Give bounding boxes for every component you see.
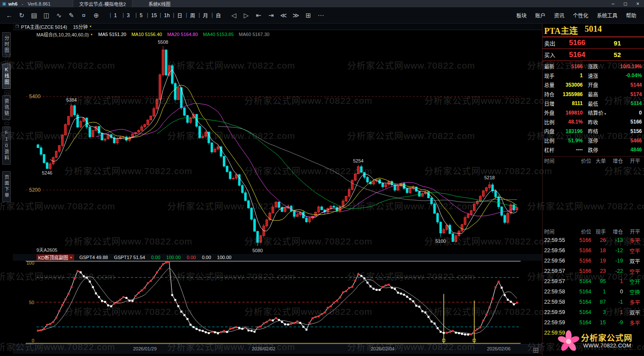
trade-price: 5164: [574, 278, 591, 284]
layout-grid-icon[interactable]: 田: [533, 346, 539, 354]
toolbar-icon-expand-icon[interactable]: ≫: [290, 10, 302, 21]
sub-indicator-values: GSPT4 49.88GSPT17 51.540.00100.000.000.0…: [79, 255, 231, 260]
kd-indicator-chart[interactable]: 100500: [13, 261, 542, 344]
minimize-button[interactable]: −: [607, 0, 619, 7]
menu-account[interactable]: 账户: [531, 12, 550, 19]
menu-news[interactable]: 资讯: [550, 12, 569, 19]
toolbar-icon-quote-board-icon[interactable]: ▤: [28, 10, 40, 21]
date-tick: 2026/02/06: [487, 346, 510, 351]
left-sidebar: 分时图K线图资讯链F10资料页面下单: [0, 30, 13, 356]
ma-values: MA5 5151.20MA10 5156.40MA20 5164.80MA40 …: [98, 32, 270, 37]
menu-sector[interactable]: 板块: [512, 12, 531, 19]
period-月[interactable]: 月: [197, 11, 210, 20]
trade-volume: 1: [591, 289, 606, 295]
period-label: 15分钟: [73, 23, 87, 30]
toolbar-icon-draw-line-icon[interactable]: ✎: [66, 10, 77, 21]
toolbar-icon-indicator-icon[interactable]: ∿: [53, 10, 65, 21]
trade-row: 22:59:56516618-12空平: [543, 245, 644, 256]
sub-indicator-value: 100.00: [166, 255, 181, 260]
stat-value: 5114: [607, 100, 644, 106]
toolbar-icon-add-indicator-icon[interactable]: ⊕: [90, 10, 102, 21]
period-15[interactable]: 15: [146, 11, 159, 20]
chart-tab-icon: ❐: [15, 24, 19, 29]
stat-label: 最新: [543, 63, 560, 70]
toolbar-icon-page-start-icon[interactable]: ⇤: [253, 10, 264, 21]
toolbar-icon-collapse-icon[interactable]: ≪: [278, 10, 289, 21]
maximize-button[interactable]: □: [619, 0, 632, 7]
chevron-down-icon[interactable]: ▼: [604, 112, 607, 115]
trade-open-close: 空开: [623, 278, 644, 286]
stat-label: 比例: [543, 137, 560, 144]
toolbar-menu: 板块账户资讯个性化系统工具帮助: [512, 12, 641, 19]
period-日[interactable]: 日: [171, 11, 184, 20]
period-5[interactable]: 5: [133, 11, 146, 20]
toolbar-icon-zoom-out-icon[interactable]: ◁: [228, 10, 240, 21]
chart-tab-bar: ❐ PTA主连(CZCE 5014) 15分钟 ▼: [13, 23, 542, 30]
connection-tab[interactable]: 文华云节点-模拟电信2: [73, 0, 132, 7]
ma-value: MA60 5167.30: [239, 32, 270, 37]
period-自[interactable]: 自: [210, 11, 223, 20]
stat-label: 现手: [543, 72, 560, 79]
stat-value: 51.9%: [560, 138, 584, 144]
trade-time: 22:59:58: [543, 299, 574, 305]
sidebar-tab-page-order[interactable]: 页面下单: [2, 171, 11, 202]
svg-text:5400: 5400: [29, 94, 41, 100]
sub-indicator-label: KD断顶底副图: [38, 254, 68, 261]
toolbar-icon-funds-icon[interactable]: ¤: [78, 10, 90, 21]
period-周[interactable]: 周: [184, 11, 197, 20]
trade-time: 22:59:56: [543, 258, 574, 264]
ma-settings-dropdown[interactable]: MA组合(5,10,20,40,60,0) ▼: [36, 31, 93, 38]
sub-indicator-value: 0.00: [202, 255, 211, 260]
period-3[interactable]: 3: [120, 11, 133, 20]
toolbar-icon-more-icon[interactable]: ⋯: [315, 10, 326, 21]
table-header-cell: 大单: [591, 157, 606, 164]
date-axis: 田 2026/01/292026/02/022026/02/042026/02/…: [13, 344, 542, 354]
menu-help[interactable]: 帮助: [622, 12, 641, 19]
chart-tab-title[interactable]: PTA主连(CZCE 5014): [21, 23, 67, 30]
table-header-cell: 增仓: [606, 228, 623, 235]
toolbar-icon-multi-chart-icon[interactable]: ⊞: [303, 10, 314, 21]
trade-position-change: -12: [606, 247, 623, 253]
close-button[interactable]: ×: [632, 0, 644, 7]
trade-price: 5164: [574, 309, 591, 315]
bid-row[interactable]: 买入 5164 52: [542, 49, 644, 61]
trade-open-close: 空平: [623, 267, 644, 275]
stat-label: 结算价▼: [584, 109, 607, 116]
chevron-down-icon: ▼: [90, 33, 93, 36]
stat-label: 速涨: [584, 72, 607, 79]
system-kline-tab[interactable]: 系统K线图: [143, 0, 177, 7]
ask-row[interactable]: 卖出 5166 91: [542, 37, 644, 49]
trade-volume: 15: [591, 320, 606, 326]
sidebar-tab-f10[interactable]: F10资料: [2, 127, 11, 165]
table-header-cell: 现手: [591, 228, 606, 235]
stat-value: 5156: [607, 128, 644, 134]
table-header-cell: 开平: [623, 228, 644, 235]
toolbar-icon-chart-window-icon[interactable]: ◫: [41, 10, 52, 21]
period-1h[interactable]: 1h: [159, 11, 171, 20]
sidebar-tab-news-link[interactable]: 资讯链: [2, 95, 11, 120]
toolbar-icon-page-end-icon[interactable]: ⇥: [265, 10, 277, 21]
app-name: wh6: [8, 1, 17, 6]
sidebar-tab-kline[interactable]: K线图: [2, 63, 11, 89]
toolbar-period-buttons: 135151h日周月自: [107, 11, 223, 20]
period-dropdown[interactable]: 15分钟 ▼: [73, 23, 92, 30]
toolbar-icon-refresh-icon[interactable]: ↻: [16, 10, 27, 21]
contract-name: PTA主连: [544, 24, 578, 36]
period-1[interactable]: 1: [107, 11, 120, 20]
trade-price: 5166: [574, 247, 591, 253]
sidebar-tab-time-chart[interactable]: 分时图: [2, 32, 11, 57]
svg-text:5246: 5246: [42, 170, 52, 175]
sub-indicator-dropdown[interactable]: KD断顶底副图 ▼: [36, 254, 74, 260]
table-header-cell: 开平: [623, 157, 644, 164]
menu-personalize[interactable]: 个性化: [569, 12, 593, 19]
menu-system-tools[interactable]: 系统工具: [593, 12, 622, 19]
trade-open-close: 多平: [623, 298, 644, 306]
date-tick: 2026/02/02: [252, 346, 275, 351]
stat-value: 5466: [607, 138, 644, 144]
toolbar-icon-zoom-in-icon[interactable]: ▷: [240, 10, 252, 21]
toolbar-icon-back-icon[interactable]: ←: [3, 10, 15, 21]
stat-value: ----: [560, 147, 584, 153]
chevron-down-icon: ▼: [69, 256, 72, 259]
candlestick-chart[interactable]: 540052005246538455085080525451005218: [13, 38, 542, 253]
app-icon: ▣: [2, 1, 6, 6]
